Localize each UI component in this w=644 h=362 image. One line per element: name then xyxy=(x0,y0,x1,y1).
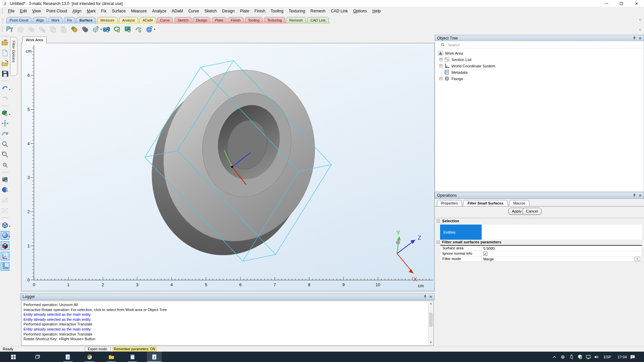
operations-tab-macros[interactable]: Macros xyxy=(509,200,530,206)
taskbar-app-notepad[interactable] xyxy=(125,352,140,362)
import-part-button[interactable] xyxy=(1,38,9,47)
expand-icon[interactable]: + xyxy=(439,58,442,61)
tabstrip-overflow-icon[interactable]: ▾ xyxy=(639,18,641,21)
close-icon[interactable]: ✕ xyxy=(429,295,432,299)
flyout-arrow-icon[interactable]: ▾ xyxy=(154,28,155,31)
pin-icon[interactable] xyxy=(423,295,427,299)
menu-plate[interactable]: Plate xyxy=(237,7,252,15)
mark-window-button[interactable] xyxy=(123,25,132,34)
scrollbar-thumb[interactable] xyxy=(429,313,433,327)
tree-item-world-coordinate-system[interactable]: +World Coordinate System xyxy=(435,63,644,69)
cancel-button[interactable]: Cancel xyxy=(522,208,542,215)
taskbar-app-3-matic[interactable]: 3 xyxy=(60,352,75,362)
flange-model[interactable] xyxy=(133,54,333,272)
menu-adam[interactable]: ADaM xyxy=(169,7,185,15)
mark-surface-border-button[interactable] xyxy=(113,25,122,34)
maximize-button[interactable] xyxy=(614,0,629,7)
menu-point-cloud[interactable]: Point Cloud xyxy=(44,7,70,15)
tray-app-tray-icon[interactable] xyxy=(559,354,566,360)
rotate-view-button[interactable] xyxy=(1,129,9,138)
tree-item-work-area[interactable]: Work Area xyxy=(435,50,644,56)
logger-scrollbar[interactable]: ▲ ▼ xyxy=(428,301,433,345)
merge-parts-button[interactable] xyxy=(80,25,90,34)
menu-align[interactable]: Align xyxy=(70,7,84,15)
section-view-button[interactable] xyxy=(1,241,9,250)
save-project-button[interactable] xyxy=(1,69,9,78)
tree-item-flange[interactable]: +Flange xyxy=(435,75,644,82)
collapse-icon[interactable]: − xyxy=(437,241,440,244)
menu-surface[interactable]: Surface xyxy=(109,7,128,15)
usb-device-tray-icon[interactable] xyxy=(568,354,575,360)
viewport-3d[interactable]: 6543210 012345678910 cm cm X Y Z xyxy=(21,43,435,291)
copy-to-part-button[interactable] xyxy=(70,25,79,34)
menu-analyze[interactable]: Analyze xyxy=(149,7,169,15)
menu-fix[interactable]: Fix xyxy=(98,7,109,15)
param-value-text[interactable]: 0.5000 xyxy=(483,246,495,250)
checkbox-ignore-normal-info[interactable]: ✓ xyxy=(483,252,487,256)
flyout-arrow-icon[interactable]: ▸ xyxy=(9,225,10,227)
shaded-view-button[interactable]: ▸ xyxy=(1,231,9,240)
language-indicator[interactable]: ESP xyxy=(601,352,613,362)
menu-tooling[interactable]: Tooling xyxy=(268,7,286,15)
action-center-icon[interactable] xyxy=(629,354,636,360)
param-value[interactable]: ✓ xyxy=(481,251,642,256)
menu-remesh[interactable]: Remesh xyxy=(308,7,328,15)
global-remesh-button[interactable]: ▾ xyxy=(145,25,154,34)
taskbar-app-3-matic-active[interactable]: 3 xyxy=(147,352,162,362)
remember-parameters-indicator[interactable]: Remember parameters: ON xyxy=(113,347,156,352)
flyout-arrow-icon[interactable]: ▸ xyxy=(9,88,10,90)
unzoom-all-button[interactable] xyxy=(1,161,9,169)
open-project-button[interactable] xyxy=(1,59,9,68)
operations-tab-properties[interactable]: Properties xyxy=(437,200,462,206)
mark-curve-button[interactable] xyxy=(134,25,143,34)
filter-part-button[interactable] xyxy=(5,25,14,34)
convert-entity-button[interactable]: ▾ xyxy=(91,25,100,34)
undo-button[interactable]: ▸ xyxy=(1,84,9,93)
flyout-arrow-icon[interactable]: ▸ xyxy=(9,113,10,115)
toggle-axes-button[interactable] xyxy=(1,252,9,260)
menu-cad-link[interactable]: CAD Link xyxy=(328,7,351,15)
pin-icon[interactable] xyxy=(632,36,637,41)
expert-mode-indicator[interactable]: Expert mode: OFF xyxy=(85,347,111,352)
dropdown-arrow-icon[interactable]: ▼ xyxy=(634,257,640,261)
zoom-region-button[interactable] xyxy=(1,150,9,159)
tree-item-metadata[interactable]: Metadata xyxy=(435,69,644,75)
toolbar-overflow-icon[interactable]: ▾ xyxy=(639,28,641,32)
zoom-view-button[interactable] xyxy=(1,140,9,148)
scroll-up-icon[interactable]: ▲ xyxy=(428,301,433,306)
filter-options-tab[interactable]: Filter Options xyxy=(10,37,17,76)
pan-view-button[interactable] xyxy=(1,119,9,128)
menu-sketch[interactable]: Sketch xyxy=(202,7,219,15)
expand-icon[interactable]: + xyxy=(439,64,442,67)
operations-tab-filter-small-surfaces[interactable]: Filter Small Surfaces xyxy=(463,200,508,206)
menu-design[interactable]: Design xyxy=(219,7,237,15)
close-button[interactable]: ✕ xyxy=(629,0,644,7)
collapse-icon[interactable]: − xyxy=(437,220,440,223)
hidden-icons-tray-icon[interactable] xyxy=(551,354,558,360)
menu-edit[interactable]: Edit xyxy=(17,7,30,15)
task-view-button[interactable] xyxy=(30,352,45,362)
volume-tray-icon[interactable] xyxy=(593,354,600,360)
windows-defender-tray-icon[interactable] xyxy=(577,354,583,360)
menu-options[interactable]: Options xyxy=(351,7,370,15)
scroll-down-icon[interactable]: ▼ xyxy=(428,340,433,345)
flyout-arrow-icon[interactable]: ▾ xyxy=(100,28,102,31)
interactive-mark-button[interactable] xyxy=(1,175,9,184)
toggle-ruler-button[interactable] xyxy=(1,262,9,271)
flyout-arrow-icon[interactable]: ▸ xyxy=(9,235,10,237)
menu-file[interactable]: File xyxy=(5,7,17,15)
menu-measure[interactable]: Measure xyxy=(128,7,150,15)
tree-item-section-list[interactable]: +Section List xyxy=(435,56,644,63)
minimize-button[interactable] xyxy=(599,0,614,7)
interactive-select-button[interactable]: ▸ xyxy=(1,109,9,117)
close-icon[interactable]: ✕ xyxy=(639,193,642,198)
taskbar-app-file-explorer[interactable] xyxy=(104,352,119,362)
menu-texturing[interactable]: Texturing xyxy=(286,7,308,15)
param-value[interactable]: 0.5000 xyxy=(481,246,642,251)
menu-finish[interactable]: Finish xyxy=(252,7,268,15)
entities-selection-field[interactable]: Entities xyxy=(440,225,482,240)
expand-icon[interactable]: + xyxy=(439,77,442,80)
start-button[interactable] xyxy=(6,352,21,362)
new-project-button[interactable] xyxy=(1,49,9,57)
work-area-tab[interactable]: Work Area xyxy=(22,37,47,43)
